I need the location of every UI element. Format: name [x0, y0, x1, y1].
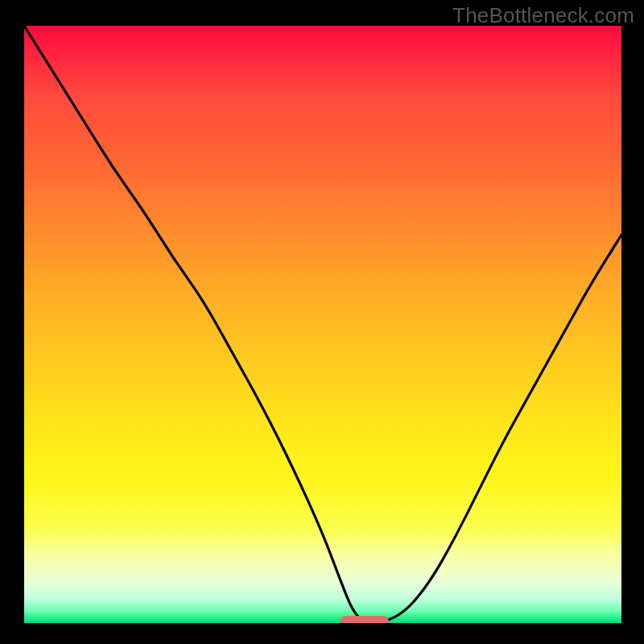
optimal-marker: [341, 616, 388, 623]
watermark-text: TheBottleneck.com: [452, 3, 634, 28]
chart-frame: TheBottleneck.com: [0, 0, 644, 644]
plot-area: [24, 26, 621, 623]
bottleneck-curve: [24, 26, 621, 623]
